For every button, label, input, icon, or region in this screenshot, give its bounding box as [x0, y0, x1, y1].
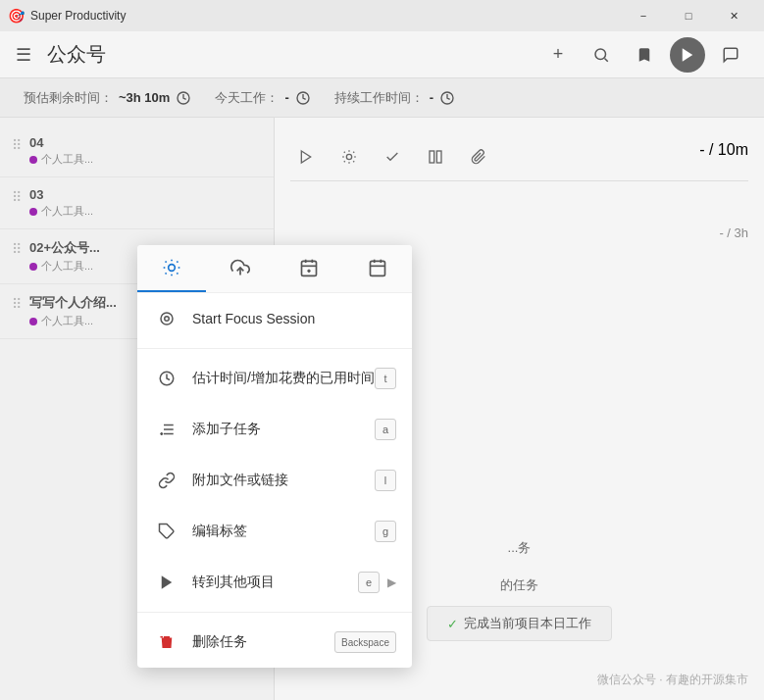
shortcut-key-g: g: [375, 521, 396, 542]
menu-item-estimate[interactable]: 估计时间/增加花费的已用时间 t: [137, 353, 412, 404]
watermark: 微信公众号 · 有趣的开源集市: [597, 672, 748, 688]
focus-icon: [153, 305, 180, 332]
add-subtask-label: 添加子任务: [192, 421, 375, 438]
add-subtask-shortcut: a: [375, 419, 396, 440]
estimate-icon: [153, 365, 180, 392]
search-button[interactable]: [584, 37, 619, 73]
attach-icon: [153, 467, 180, 494]
detail-toolbar: - / 10m: [290, 133, 748, 181]
svg-line-22: [177, 273, 178, 274]
nav-actions: +: [540, 37, 748, 73]
shortcut-key-t: t: [375, 368, 396, 389]
app-title: Super Productivity: [30, 9, 621, 23]
svg-marker-2: [683, 48, 693, 62]
tag-label: 个人工具...: [41, 152, 93, 167]
svg-rect-50: [160, 636, 163, 638]
menu-item-delete[interactable]: 删除任务 Backspace: [137, 617, 412, 668]
attach-button[interactable]: [463, 141, 494, 173]
svg-rect-34: [371, 261, 385, 275]
svg-line-10: [344, 152, 345, 153]
tag-label: 个人工具...: [41, 259, 93, 274]
tag-color-dot: [29, 156, 37, 164]
today-value: -: [284, 90, 288, 105]
move-icon: [153, 569, 180, 596]
svg-line-26: [177, 262, 178, 263]
play-task-button[interactable]: [290, 141, 322, 173]
move-shortcut: e ▶: [358, 572, 396, 593]
maximize-button[interactable]: □: [666, 0, 711, 31]
top-nav: ☰ 公众号 +: [0, 31, 764, 78]
drag-handle: ⠿: [12, 241, 22, 257]
menu-tab-upload[interactable]: [206, 245, 275, 292]
drag-handle: ⠿: [12, 296, 22, 312]
focus-value: -: [430, 90, 433, 105]
focus-time-section: 持续工作时间： -: [334, 89, 455, 107]
task-tag: 个人工具...: [29, 204, 262, 219]
tags-shortcut: g: [375, 521, 396, 542]
submenu-arrow: ▶: [387, 575, 396, 589]
menu-item-focus[interactable]: Start Focus Session: [137, 293, 412, 344]
estimated-time-section: 预估剩余时间： ~3h 10m: [24, 89, 191, 107]
task-item[interactable]: ⠿ 04 个人工具...: [0, 125, 274, 177]
menu-divider-2: [137, 612, 412, 613]
attach-shortcut: l: [375, 470, 396, 491]
menu-item-move[interactable]: 转到其他项目 e ▶: [137, 557, 412, 608]
complete-day-button[interactable]: ✓ 完成当前项目本日工作: [427, 606, 612, 641]
task-hint: ...务: [500, 531, 539, 565]
menu-item-attach[interactable]: 附加文件或链接 l: [137, 455, 412, 506]
tags-icon: [153, 518, 180, 545]
project-title: 公众号: [47, 41, 540, 68]
time-bar: 预估剩余时间： ~3h 10m 今天工作： - 持续工作时间： -: [0, 78, 764, 118]
svg-point-38: [165, 317, 170, 322]
brightness-button[interactable]: [333, 141, 365, 173]
close-button[interactable]: ✕: [711, 0, 756, 31]
bookmark-button[interactable]: [627, 37, 662, 73]
task-number: 04: [29, 135, 262, 150]
today-label: 今天工作：: [215, 89, 279, 107]
svg-point-7: [346, 154, 351, 159]
svg-rect-16: [430, 151, 434, 163]
check-button[interactable]: [377, 141, 408, 173]
task-time-display: - / 10m: [699, 141, 748, 159]
delete-shortcut: Backspace: [334, 631, 396, 653]
menu-item-add-subtask[interactable]: 添加子任务 a: [137, 404, 412, 455]
tag-color-dot: [29, 318, 37, 325]
attach-label: 附加文件或链接: [192, 472, 375, 489]
titlebar: 🎯 Super Productivity − □ ✕: [0, 0, 764, 31]
shortcut-key-a: a: [375, 419, 396, 440]
svg-point-0: [595, 49, 606, 60]
tag-label: 个人工具...: [41, 204, 93, 219]
svg-point-39: [161, 313, 173, 325]
task-item[interactable]: ⠿ 03 个人工具...: [0, 177, 274, 229]
menu-tab-calendar[interactable]: [343, 245, 412, 292]
checkmark-icon: ✓: [447, 617, 458, 631]
window-controls: − □ ✕: [621, 0, 756, 31]
svg-point-18: [169, 265, 176, 272]
svg-line-1: [604, 58, 607, 61]
svg-line-11: [353, 161, 354, 162]
task-content: 03 个人工具...: [29, 187, 262, 219]
complete-day-label: 完成当前项目本日工作: [464, 615, 591, 632]
chat-button[interactable]: [713, 37, 748, 73]
estimate-label: 估计时间/增加花费的已用时间: [192, 370, 375, 387]
minimize-button[interactable]: −: [621, 0, 666, 31]
task-hint-2: 的任务: [496, 573, 542, 598]
task-number: 03: [29, 187, 262, 202]
focus-label: Start Focus Session: [192, 311, 396, 326]
menu-tab-sun[interactable]: [137, 245, 206, 292]
menu-item-tags[interactable]: 编辑标签 g: [137, 506, 412, 557]
play-button[interactable]: [670, 37, 705, 73]
add-button[interactable]: +: [540, 37, 576, 73]
delete-icon: [153, 628, 180, 656]
task-tag: 个人工具...: [29, 152, 262, 167]
svg-line-15: [353, 152, 354, 153]
hamburger-icon[interactable]: ☰: [16, 44, 31, 66]
menu-divider: [137, 348, 412, 349]
add-subtask-icon: [153, 416, 180, 443]
menu-tab-calendar-plus[interactable]: [275, 245, 343, 292]
columns-button[interactable]: [420, 141, 451, 173]
menu-tabs: [137, 245, 412, 293]
svg-line-21: [166, 262, 167, 263]
context-menu: Start Focus Session 估计时间/增加花费的已用时间 t: [137, 245, 412, 668]
shortcut-key-l: l: [375, 470, 396, 491]
